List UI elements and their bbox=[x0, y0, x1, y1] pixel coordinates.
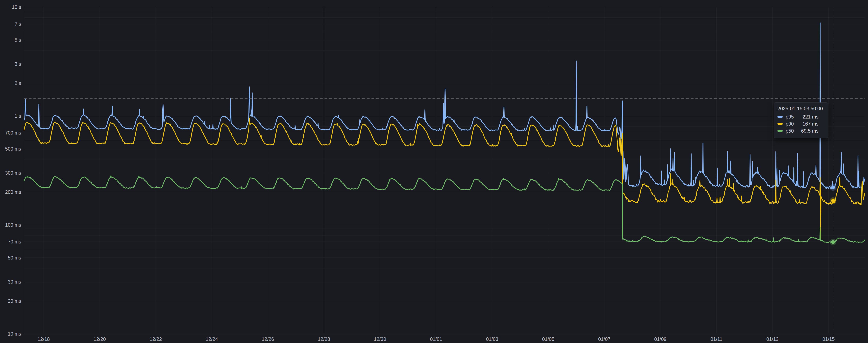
x-tick-label: 01/05 bbox=[542, 336, 554, 342]
series-line-p90 bbox=[24, 118, 865, 239]
y-tick-label: 7 s bbox=[15, 21, 21, 27]
y-tick-label: 3 s bbox=[15, 61, 21, 67]
gridlines bbox=[24, 7, 865, 334]
y-tick-label: 100 ms bbox=[5, 222, 21, 228]
tooltip-row-p90: p90 167 ms bbox=[777, 120, 825, 127]
tooltip-series-label: p95 bbox=[786, 114, 794, 120]
p95-series-swatch bbox=[777, 116, 783, 118]
tooltip-row-p50: p50 69.5 ms bbox=[777, 127, 825, 134]
x-tick-label: 12/18 bbox=[37, 336, 50, 342]
x-tick-label: 01/03 bbox=[486, 336, 498, 342]
latency-chart[interactable]: 10 s7 s5 s3 s2 s1 s700 ms500 ms300 ms200… bbox=[0, 0, 868, 343]
tooltip-series-value: 221 ms bbox=[803, 114, 818, 120]
x-tick-label: 12/28 bbox=[318, 336, 330, 342]
x-tick-label: 01/15 bbox=[823, 336, 835, 342]
series-line-p95 bbox=[24, 23, 865, 189]
x-tick-label: 01/01 bbox=[430, 336, 442, 342]
y-tick-label: 10 ms bbox=[8, 331, 21, 337]
x-tick-label: 12/26 bbox=[262, 336, 274, 342]
tooltip-series-value: 69.5 ms bbox=[801, 128, 818, 134]
tooltip-row-p95: p95 221 ms bbox=[777, 113, 825, 120]
crosshair bbox=[24, 7, 865, 334]
y-tick-label: 50 ms bbox=[8, 255, 21, 260]
x-tick-label: 01/13 bbox=[767, 336, 779, 342]
y-tick-label: 2 s bbox=[15, 81, 21, 86]
grafana-latency-panel: 10 s7 s5 s3 s2 s1 s700 ms500 ms300 ms200… bbox=[0, 0, 868, 343]
series-line-p50 bbox=[24, 176, 865, 243]
y-tick-label: 700 ms bbox=[5, 130, 21, 135]
y-tick-label: 5 s bbox=[15, 37, 21, 43]
y-tick-label: 30 ms bbox=[8, 279, 21, 284]
x-tick-label: 12/22 bbox=[150, 336, 162, 342]
y-tick-label: 70 ms bbox=[8, 239, 21, 244]
p90-series-swatch bbox=[777, 123, 783, 125]
y-tick-label: 500 ms bbox=[5, 146, 21, 152]
hover-dot-p50 bbox=[831, 240, 835, 244]
y-tick-label: 10 s bbox=[12, 4, 21, 10]
y-tick-label: 1 s bbox=[15, 113, 21, 119]
x-axis-labels: 12/1812/2012/2212/2412/2612/2812/3001/01… bbox=[37, 336, 835, 342]
p50-series-swatch bbox=[777, 130, 783, 132]
y-axis-labels: 10 s7 s5 s3 s2 s1 s700 ms500 ms300 ms200… bbox=[5, 4, 21, 337]
tooltip-series-label: p90 bbox=[786, 121, 794, 127]
hover-dot-p95 bbox=[831, 186, 835, 189]
y-tick-label: 300 ms bbox=[5, 170, 21, 176]
y-tick-label: 200 ms bbox=[5, 189, 21, 195]
x-tick-label: 01/07 bbox=[598, 336, 611, 342]
tooltip-series-value: 167 ms bbox=[803, 121, 818, 127]
y-tick-label: 20 ms bbox=[8, 298, 21, 304]
tooltip-timestamp: 2025-01-15 03:50:00 bbox=[777, 105, 825, 112]
x-tick-label: 01/09 bbox=[654, 336, 666, 342]
x-tick-label: 12/20 bbox=[94, 336, 106, 342]
x-tick-label: 12/24 bbox=[206, 336, 218, 342]
x-tick-label: 01/11 bbox=[711, 336, 722, 342]
tooltip-series-label: p50 bbox=[786, 128, 794, 134]
chart-tooltip: 2025-01-15 03:50:00 p95 221 ms p90 167 m… bbox=[774, 102, 828, 138]
x-tick-label: 12/30 bbox=[374, 336, 386, 342]
hover-dot-p90 bbox=[831, 199, 835, 202]
